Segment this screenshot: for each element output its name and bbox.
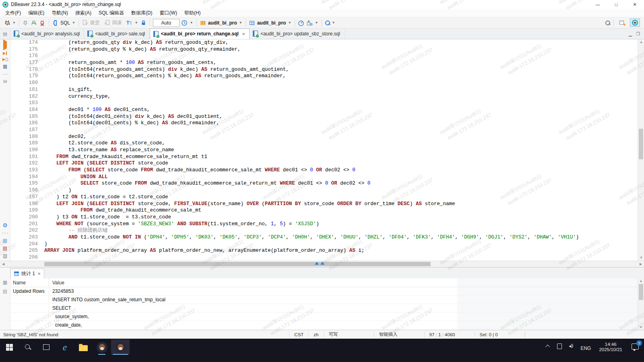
results-vertical-scrollbar[interactable]: ▲ ▼ (638, 278, 644, 330)
close-icon[interactable]: ✕ (242, 32, 245, 36)
maximize-view-icon[interactable]: ❐ (636, 31, 640, 37)
scroll-right-icon[interactable]: ▶ (638, 261, 644, 267)
file-explorer-button[interactable] (74, 339, 93, 355)
menu-item[interactable]: 窗口(W) (156, 9, 181, 17)
sql-button-label[interactable]: SQL (60, 20, 70, 26)
taskbar-search-button[interactable] (19, 339, 37, 355)
transaction-log-icon[interactable]: T (126, 19, 133, 26)
open-perspective-button[interactable] (617, 19, 627, 27)
connect-icon[interactable] (22, 19, 29, 26)
start-button[interactable] (0, 339, 19, 355)
table-row[interactable]: create_date, (10, 321, 644, 329)
language-indicator[interactable]: ENG (577, 346, 594, 351)
execute-statement-icon[interactable] (3, 41, 7, 49)
chevron-down-icon[interactable]: ▼ (315, 21, 319, 25)
menu-item[interactable]: 文件(F) (2, 9, 25, 17)
editor-tab[interactable]: ✓<audit_bi_pro> analysis.sql (10, 29, 84, 39)
statistics-tab[interactable]: 统计 1 ✕ (10, 269, 44, 278)
text-view-icon[interactable]: ▤ (3, 288, 7, 294)
search-icon[interactable] (325, 20, 330, 25)
close-icon[interactable]: ✕ (37, 272, 41, 276)
transaction-history-icon[interactable] (181, 19, 188, 26)
sash-up-icon[interactable] (320, 262, 324, 265)
chevron-down-icon[interactable]: ▼ (288, 21, 292, 25)
minimize-button[interactable]: — (588, 0, 607, 9)
explain-plan-icon[interactable]: ▦ (2, 64, 8, 69)
menu-item[interactable]: 数据库(D) (128, 9, 156, 17)
code-editor-text[interactable]: 174 (return_goods_qty div k_dec) AS retu… (10, 39, 638, 261)
menu-item[interactable]: 搜索(A) (72, 9, 95, 17)
table-row[interactable]: Updated Rows23245853 (10, 287, 644, 296)
more-actions-icon[interactable]: ···· (2, 72, 8, 76)
quick-access-search-icon[interactable] (605, 20, 610, 25)
tray-expand-button[interactable] (543, 340, 553, 352)
minimize-view-icon[interactable]: ▁ (629, 31, 632, 37)
menu-item[interactable]: 导航(N) (48, 9, 72, 17)
dbeaver-taskbar-button-active[interactable] (111, 339, 130, 355)
code-line: 202 -- 排除团购店铺 (10, 227, 638, 234)
sql-file-icon: ✓ (87, 31, 93, 37)
export-result-icon[interactable]: ✉ (2, 79, 8, 84)
editor-tab[interactable]: ✓<audit_bi_pro> sale.sql (84, 29, 149, 39)
autocommit-combo[interactable]: Auto (153, 19, 180, 27)
settings-gear-icon[interactable]: ⚙ (2, 223, 8, 228)
table-row[interactable]: source_system, (10, 313, 644, 321)
editor-vertical-scrollbar[interactable]: ▲ ▼ (638, 39, 644, 261)
scroll-down-icon[interactable]: ▼ (638, 325, 644, 330)
menu-item[interactable]: 帮助(H) (181, 9, 204, 17)
maximize-button[interactable]: □ (607, 0, 625, 9)
editor-tab[interactable]: ✓<audit_bi_pro> update_sbz_store.sql (250, 29, 344, 39)
tray-document-button[interactable] (555, 340, 564, 352)
connection-selector[interactable]: audit_bi_pro (208, 20, 237, 26)
code-line: 190 t3.store_name AS replace_store_name (10, 147, 638, 154)
scroll-down-icon[interactable]: ▼ (638, 255, 644, 261)
scroll-left-icon[interactable]: ◀ (0, 261, 6, 267)
disconnect-icon[interactable] (39, 19, 46, 26)
status-message: String 'SBZ_HIS' not found (0, 332, 289, 337)
chevron-down-icon[interactable]: ▼ (12, 21, 16, 25)
sql-editor-icon[interactable] (52, 19, 59, 26)
task-view-button[interactable] (37, 339, 56, 355)
chevron-down-icon[interactable]: ▼ (134, 21, 138, 25)
reconnect-icon[interactable] (31, 19, 37, 26)
dashboard-icon[interactable] (298, 19, 305, 26)
more-options-icon[interactable]: ···· (2, 230, 8, 235)
rollback-button[interactable]: 回滚 (112, 19, 122, 26)
new-connection-icon[interactable] (4, 19, 10, 26)
status-overflow-icon[interactable]: ⋮ (519, 332, 532, 337)
chevron-down-icon[interactable]: ▼ (190, 21, 194, 25)
result-grid-icon[interactable]: ▥ (2, 253, 8, 258)
grid-view-icon[interactable]: ▦ (3, 280, 7, 285)
close-button[interactable]: ✕ (625, 0, 644, 9)
tray-volume-button[interactable] (566, 340, 576, 352)
internet-explorer-button[interactable]: e (56, 339, 74, 355)
line-number: 186 (10, 120, 44, 127)
error-log-icon[interactable]: ▤ (2, 246, 8, 251)
action-center-button[interactable]: 7 (627, 339, 643, 353)
execute-script-icon[interactable] (3, 51, 7, 55)
editor-horizontal-scrollbar[interactable]: ◀ ▶ (0, 261, 644, 267)
editor-tab[interactable]: ✓<audit_bi_pro> return_change.sql✕ (150, 29, 250, 39)
dbeaver-perspective-button[interactable] (630, 19, 640, 27)
menu-item[interactable]: SQL 编辑器 (95, 9, 128, 17)
scroll-up-icon[interactable]: ▲ (638, 278, 644, 284)
execute-new-tab-icon[interactable] (2, 58, 8, 61)
sash-up-icon[interactable] (315, 262, 319, 265)
chevron-down-icon[interactable]: ▼ (239, 21, 243, 25)
scroll-up-icon[interactable]: ▲ (638, 39, 644, 45)
taskbar-clock[interactable]: 14:46 2025/10/21 (596, 340, 625, 352)
commit-button[interactable]: 提交 (90, 19, 100, 26)
commit-mode-icon[interactable] (306, 19, 313, 26)
column-header-name[interactable]: Name (10, 278, 49, 287)
chevron-down-icon[interactable]: ▼ (72, 21, 76, 25)
output-log-icon[interactable]: ▤ (2, 238, 8, 243)
schema-selector[interactable]: audit_bi_pro (257, 20, 286, 26)
chevron-down-icon[interactable]: ▼ (332, 21, 336, 25)
table-row[interactable]: SELECT (10, 304, 644, 313)
dbeaver-taskbar-button[interactable] (93, 339, 111, 355)
lock-icon[interactable] (140, 19, 147, 26)
menu-item[interactable]: 编辑(E) (25, 9, 48, 17)
column-header-value[interactable]: Value (49, 280, 64, 286)
editor-list-icon[interactable]: ▤ (0, 29, 10, 39)
table-row[interactable]: INSERT INTO custom_online_sale_return_tm… (10, 296, 644, 304)
